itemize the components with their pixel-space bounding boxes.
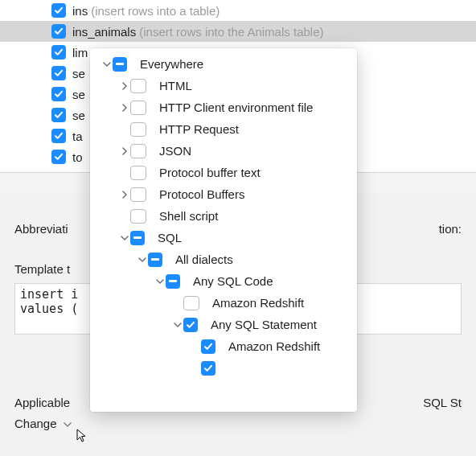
template-name: se bbox=[72, 88, 85, 101]
tree-label: Everywhere bbox=[140, 57, 203, 71]
tree-label: Shell script bbox=[159, 209, 218, 223]
chevron-down-icon[interactable] bbox=[172, 319, 183, 331]
tree-label: HTML bbox=[159, 79, 192, 92]
check-icon bbox=[54, 89, 64, 99]
template-text-label: Template t bbox=[14, 262, 70, 276]
tree-checkbox-empty[interactable] bbox=[130, 122, 146, 137]
tree-item-protobuf[interactable]: Protocol Buffers bbox=[90, 183, 357, 205]
check-icon bbox=[54, 110, 64, 120]
mouse-cursor-icon bbox=[75, 429, 89, 446]
template-desc: (insert rows into the Animals table) bbox=[139, 25, 323, 39]
chevron-right-icon[interactable] bbox=[119, 102, 130, 113]
template-desc: (insert rows into a table) bbox=[91, 4, 220, 18]
template-row-ins[interactable]: ins (insert rows into a table) bbox=[0, 0, 476, 21]
context-tail: SQL St bbox=[423, 396, 462, 409]
tree-item-protobuf-text[interactable]: Protocol buffer text bbox=[90, 162, 357, 183]
template-row-ins-animals[interactable]: ins_animals (insert rows into the Animal… bbox=[0, 21, 476, 42]
tree-checkbox-empty[interactable] bbox=[130, 101, 146, 115]
tree-checkbox-empty[interactable] bbox=[130, 187, 146, 202]
template-name: se bbox=[72, 109, 85, 122]
tree-label: JSON bbox=[159, 144, 191, 158]
tree-label: Amazon Redshift bbox=[212, 296, 304, 310]
tree-checkbox-indeterminate[interactable] bbox=[148, 253, 162, 267]
tree-item-html[interactable]: HTML bbox=[90, 75, 357, 97]
tree-item-json[interactable]: JSON bbox=[90, 140, 357, 162]
template-name: lim bbox=[72, 46, 88, 60]
tree-checkbox-indeterminate[interactable] bbox=[130, 231, 145, 245]
check-icon bbox=[54, 27, 64, 36]
template-name: se bbox=[72, 67, 85, 80]
tree-checkbox-checked[interactable] bbox=[201, 361, 215, 376]
check-icon bbox=[54, 47, 64, 57]
tree-item-redshift-2[interactable]: Amazon Redshift bbox=[90, 335, 357, 357]
tree-item-any-sql-statement[interactable]: Any SQL Statement bbox=[90, 314, 357, 335]
ide-templates-screen: ins (insert rows into a table) ins_anima… bbox=[0, 0, 476, 456]
tree-item-cutoff[interactable] bbox=[90, 357, 357, 379]
template-enabled-checkbox[interactable] bbox=[51, 24, 66, 39]
tree-label: All dialects bbox=[175, 253, 233, 266]
tree-item-redshift-1[interactable]: Amazon Redshift bbox=[90, 292, 357, 314]
tree-item-sql[interactable]: SQL bbox=[90, 227, 357, 249]
template-enabled-checkbox[interactable] bbox=[51, 3, 66, 18]
check-icon bbox=[54, 68, 64, 78]
chevron-right-icon[interactable] bbox=[119, 80, 130, 92]
tree-checkbox-empty[interactable] bbox=[130, 144, 146, 158]
tree-label: SQL bbox=[158, 231, 182, 244]
template-name: ins_animals bbox=[72, 25, 136, 39]
template-enabled-checkbox[interactable] bbox=[51, 66, 66, 80]
tree-item-any-sql-code[interactable]: Any SQL Code bbox=[90, 270, 357, 292]
chevron-right-icon[interactable] bbox=[119, 189, 130, 200]
template-name: to bbox=[72, 150, 83, 164]
template-enabled-checkbox[interactable] bbox=[51, 87, 66, 101]
template-enabled-checkbox[interactable] bbox=[51, 45, 66, 60]
check-icon bbox=[54, 152, 64, 162]
change-link[interactable]: Change bbox=[14, 417, 72, 430]
tree-label: HTTP Client environment file bbox=[159, 101, 313, 114]
tree-item-http-env[interactable]: HTTP Client environment file bbox=[90, 97, 357, 118]
tree-checkbox-indeterminate[interactable] bbox=[113, 57, 127, 72]
chevron-down-icon[interactable] bbox=[101, 59, 113, 70]
code-line-1: insert i bbox=[20, 287, 78, 302]
code-line-2: values ( bbox=[20, 302, 78, 316]
tree-checkbox-empty[interactable] bbox=[183, 296, 199, 310]
description-label-tail: tion: bbox=[439, 222, 462, 236]
tree-checkbox-indeterminate[interactable] bbox=[166, 274, 180, 289]
chevron-down-icon[interactable] bbox=[154, 276, 166, 287]
chevron-right-icon[interactable] bbox=[119, 146, 130, 157]
template-name: ta bbox=[72, 129, 83, 143]
tree-item-shell[interactable]: Shell script bbox=[90, 205, 357, 227]
check-icon bbox=[54, 6, 64, 15]
tree-label: Protocol Buffers bbox=[159, 187, 244, 201]
tree-label: HTTP Request bbox=[159, 122, 239, 136]
tree-item-all-dialects[interactable]: All dialects bbox=[90, 249, 357, 270]
tree-label: Protocol buffer text bbox=[159, 166, 261, 179]
chevron-down-icon bbox=[64, 417, 72, 430]
tree-checkbox-checked[interactable] bbox=[201, 339, 215, 354]
tree-label: Amazon Redshift bbox=[228, 339, 320, 353]
tree-item-everywhere[interactable]: Everywhere bbox=[90, 53, 357, 75]
check-icon bbox=[54, 131, 64, 141]
template-name: ins bbox=[72, 4, 88, 18]
tree-checkbox-empty[interactable] bbox=[130, 79, 146, 93]
abbreviation-label: Abbreviati bbox=[14, 222, 68, 236]
template-enabled-checkbox[interactable] bbox=[51, 150, 66, 164]
template-enabled-checkbox[interactable] bbox=[51, 108, 66, 122]
tree-item-http-request[interactable]: HTTP Request bbox=[90, 118, 357, 140]
template-enabled-checkbox[interactable] bbox=[51, 129, 66, 143]
change-link-label: Change bbox=[14, 417, 57, 430]
chevron-down-icon[interactable] bbox=[119, 232, 130, 244]
tree-checkbox-checked[interactable] bbox=[183, 318, 198, 332]
chevron-down-icon[interactable] bbox=[137, 254, 148, 265]
tree-label: Any SQL Statement bbox=[211, 318, 317, 331]
tree-checkbox-empty[interactable] bbox=[130, 166, 146, 180]
tree-checkbox-empty[interactable] bbox=[130, 209, 146, 224]
context-tree-popup: Everywhere HTML HTTP Client environment … bbox=[90, 48, 357, 412]
tree-label: Any SQL Code bbox=[193, 274, 273, 288]
applicable-label: Applicable bbox=[14, 396, 70, 409]
